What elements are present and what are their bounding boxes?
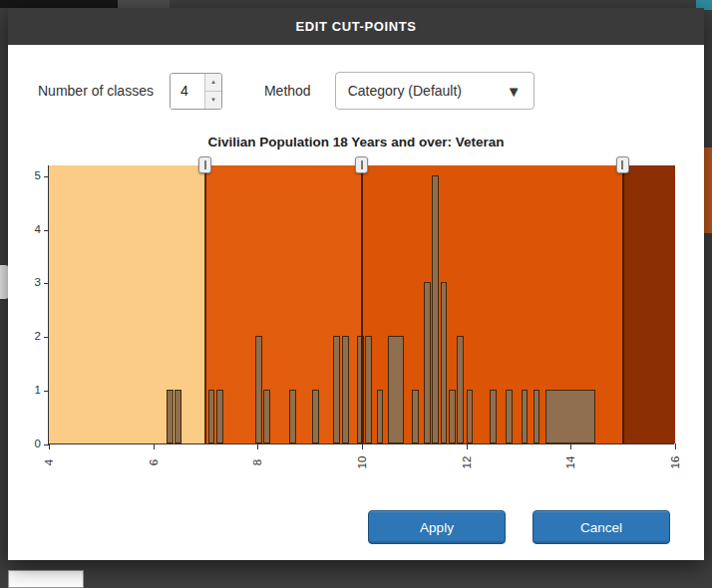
- histogram-bar: [175, 390, 181, 443]
- histogram-bar: [333, 336, 340, 443]
- y-axis-label: 2: [17, 330, 41, 342]
- number-of-classes-stepper[interactable]: ▲ ▼: [170, 73, 222, 110]
- histogram-bar: [388, 336, 404, 443]
- x-axis-label: 4: [42, 447, 56, 477]
- histogram-bar: [467, 390, 474, 443]
- plot-area: 01234546810121416: [48, 165, 674, 444]
- edit-cutpoints-dialog: EDIT CUT-POINTS Number of classes ▲ ▼ Me…: [8, 8, 704, 560]
- y-axis-label: 4: [17, 223, 41, 235]
- histogram-bar: [216, 390, 223, 443]
- background-fragment-topbar-dark: [0, 0, 118, 8]
- histogram-bar: [377, 390, 384, 443]
- cancel-button[interactable]: Cancel: [533, 510, 670, 544]
- method-selected-value: Category (Default): [348, 83, 462, 99]
- dialog-title: EDIT CUT-POINTS: [8, 8, 704, 45]
- histogram-bar: [412, 390, 419, 443]
- histogram-bar: [522, 390, 529, 443]
- cutpoint-line: [204, 165, 206, 443]
- chart-title: Civilian Population 18 Years and over: V…: [8, 135, 704, 149]
- stepper-buttons: ▲ ▼: [204, 74, 221, 109]
- y-tick: [44, 176, 49, 177]
- histogram-bar: [545, 390, 595, 443]
- histogram-bar: [457, 336, 464, 443]
- x-axis-label: 6: [147, 447, 161, 477]
- x-axis-label: 16: [668, 447, 682, 477]
- histogram-bar: [342, 336, 349, 443]
- histogram-bar: [255, 336, 262, 443]
- y-axis-label: 3: [17, 276, 41, 288]
- handle-grip-icon: [361, 160, 363, 169]
- histogram-bar: [432, 175, 439, 443]
- apply-button[interactable]: Apply: [368, 510, 506, 544]
- x-axis-label: 8: [250, 447, 264, 477]
- chevron-down-icon: ▼: [507, 84, 522, 99]
- y-tick: [44, 230, 49, 231]
- stepper-up-icon[interactable]: ▲: [205, 74, 221, 91]
- background-fragment-legend-box: [8, 570, 84, 588]
- number-of-classes-input[interactable]: [171, 74, 204, 109]
- y-tick: [44, 391, 49, 392]
- x-axis-label: 10: [355, 447, 369, 477]
- histogram-bar: [441, 282, 448, 443]
- method-select[interactable]: Category (Default) ▼: [335, 72, 534, 110]
- histogram-bar: [490, 390, 497, 443]
- dialog-button-row: Apply Cancel: [368, 510, 670, 544]
- y-axis-label: 1: [17, 384, 41, 396]
- stepper-down-icon[interactable]: ▼: [205, 91, 221, 109]
- y-tick: [44, 283, 49, 284]
- histogram-bar: [263, 390, 270, 443]
- method-label: Method: [264, 83, 311, 99]
- cutpoints-chart: 01234546810121416: [8, 165, 704, 494]
- x-axis-label: 12: [460, 447, 474, 477]
- y-tick: [44, 337, 49, 338]
- handle-grip-icon: [204, 160, 206, 169]
- cutpoint-handle[interactable]: [355, 156, 368, 173]
- x-axis-label: 14: [563, 447, 577, 477]
- y-axis-label: 0: [17, 438, 41, 449]
- class-band: [623, 165, 675, 443]
- histogram-bar: [534, 390, 540, 443]
- controls-row: Number of classes ▲ ▼ Method Category (D…: [8, 45, 704, 111]
- histogram-bar: [312, 390, 319, 443]
- histogram-bar: [167, 390, 174, 443]
- histogram-bar: [289, 390, 296, 443]
- cutpoint-line: [622, 165, 624, 443]
- histogram-bar: [506, 390, 513, 443]
- histogram-bar: [365, 336, 372, 443]
- handle-grip-icon: [621, 160, 623, 169]
- cutpoint-handle[interactable]: [198, 156, 211, 173]
- y-axis-label: 5: [17, 169, 41, 181]
- cutpoint-handle[interactable]: [616, 156, 629, 173]
- histogram-bar: [208, 390, 215, 443]
- histogram-bar: [424, 282, 431, 443]
- class-band: [49, 165, 205, 443]
- histogram-bar: [449, 390, 456, 443]
- background-fragment-orange-strip: [704, 147, 712, 233]
- background-fragment-topbar-light: [118, 0, 170, 8]
- number-of-classes-label: Number of classes: [38, 83, 154, 99]
- cutpoint-line: [361, 165, 363, 443]
